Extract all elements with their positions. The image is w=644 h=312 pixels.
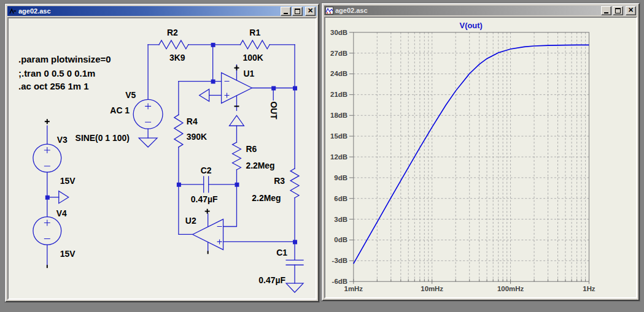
maximize-button[interactable] bbox=[613, 6, 623, 15]
plot-grid: 30dB27dB24dB21dB18dB15dB12dB9dB6dB3dB0dB… bbox=[330, 29, 596, 292]
component-value[interactable]: 0.47µF bbox=[191, 194, 218, 204]
waveform-window-icon[interactable] bbox=[325, 7, 333, 15]
maximize-icon bbox=[295, 9, 300, 14]
ground-symbol-v5[interactable] bbox=[139, 138, 157, 147]
net-flag-left[interactable] bbox=[200, 89, 209, 101]
component-value[interactable]: 0.47µF bbox=[258, 275, 285, 285]
component-value-sine[interactable]: SINE(0 1 100) bbox=[76, 133, 130, 143]
voltage-source-V3[interactable]: V3 15V bbox=[33, 119, 76, 186]
plot-pane[interactable]: 30dB27dB24dB21dB18dB15dB12dB9dB6dB3dB0dB… bbox=[324, 17, 637, 299]
resistor-R2[interactable]: R2 3K9 bbox=[159, 28, 188, 63]
maximize-button[interactable] bbox=[292, 7, 303, 16]
svg-text:15dB: 15dB bbox=[330, 132, 347, 140]
schematic-window-icon[interactable] bbox=[9, 7, 17, 15]
directive-ac[interactable]: .ac oct 256 1m 1 bbox=[18, 81, 88, 91]
svg-text:18dB: 18dB bbox=[330, 112, 347, 119]
svg-text:6dB: 6dB bbox=[334, 195, 347, 202]
capacitor-C1[interactable]: C1 0.47µF bbox=[258, 248, 303, 285]
voltage-source-V4[interactable]: V4 15V bbox=[33, 208, 76, 268]
svg-text:10mHz: 10mHz bbox=[421, 285, 443, 292]
ground-symbol-c1[interactable] bbox=[286, 283, 303, 292]
window-title: age02.asc bbox=[335, 7, 599, 14]
voltage-source-V5[interactable]: V5 AC 1 SINE(0 1 100) bbox=[76, 90, 163, 143]
component-value[interactable]: 3K9 bbox=[169, 53, 185, 63]
svg-text:0dB: 0dB bbox=[334, 236, 347, 243]
net-label-out[interactable]: OUT bbox=[269, 101, 279, 120]
component-name[interactable]: R1 bbox=[249, 28, 260, 37]
component-name[interactable]: R2 bbox=[167, 28, 178, 37]
waveform-plot[interactable]: 30dB27dB24dB21dB18dB15dB12dB9dB6dB3dB0dB… bbox=[325, 18, 636, 297]
component-value[interactable]: 390K bbox=[187, 132, 207, 142]
desktop: { "left_window": { "title": "age02.asc" … bbox=[0, 0, 644, 312]
component-value-ac[interactable]: AC 1 bbox=[110, 105, 130, 115]
svg-text:-3dB: -3dB bbox=[332, 257, 347, 264]
component-name[interactable]: R4 bbox=[187, 116, 198, 126]
trace-title[interactable]: V(out) bbox=[460, 21, 483, 30]
component-name[interactable]: V5 bbox=[125, 90, 136, 100]
svg-text:30dB: 30dB bbox=[330, 29, 347, 36]
svg-text:24dB: 24dB bbox=[330, 70, 347, 77]
minimize-button[interactable] bbox=[601, 6, 611, 15]
window-title: age02.asc bbox=[18, 7, 279, 15]
component-name[interactable]: C1 bbox=[276, 248, 287, 257]
component-name[interactable]: U2 bbox=[185, 216, 196, 226]
component-value[interactable]: 2.2Meg bbox=[246, 161, 274, 170]
component-name[interactable]: V4 bbox=[56, 208, 67, 218]
opamp-U1[interactable]: U1 bbox=[222, 65, 255, 111]
svg-text:1mHz: 1mHz bbox=[344, 285, 363, 292]
component-value[interactable]: 100K bbox=[242, 53, 263, 63]
resistor-R3[interactable]: R3 2.2Meg bbox=[252, 169, 299, 203]
schematic-window[interactable]: age02.asc ✕ .param plotwinsize=0 ;.tran … bbox=[5, 4, 319, 302]
svg-text:27dB: 27dB bbox=[330, 50, 347, 57]
directive-param[interactable]: .param plotwinsize=0 bbox=[18, 54, 111, 64]
directive-tran[interactable]: ;.tran 0 0.5 0 0.1m bbox=[18, 68, 95, 78]
close-icon: ✕ bbox=[628, 7, 634, 13]
component-value[interactable]: 15V bbox=[60, 176, 76, 186]
resistor-R4[interactable]: R4 390K bbox=[174, 115, 207, 147]
waveform-window[interactable]: age02.asc ✕ 30dB27dB24dB21dB18dB15dB12dB… bbox=[322, 3, 640, 301]
component-value[interactable]: 15V bbox=[60, 249, 76, 259]
component-name[interactable]: C2 bbox=[201, 166, 212, 175]
component-value[interactable]: 2.2Meg bbox=[252, 193, 281, 203]
resistor-R6[interactable]: R6 2.2Meg bbox=[232, 142, 274, 170]
schematic-svg[interactable]: .param plotwinsize=0 ;.tran 0 0.5 0 0.1m… bbox=[9, 18, 316, 299]
component-name[interactable]: R6 bbox=[246, 144, 257, 154]
opamp-U2[interactable]: U2 bbox=[185, 209, 223, 254]
resistor-R1[interactable]: R1 100K bbox=[240, 28, 270, 63]
schematic-titlebar[interactable]: age02.asc ✕ bbox=[7, 6, 317, 16]
minimize-icon bbox=[604, 12, 608, 13]
net-flag-up[interactable] bbox=[230, 115, 244, 126]
schematic-canvas[interactable]: .param plotwinsize=0 ;.tran 0 0.5 0 0.1m… bbox=[7, 17, 317, 300]
waveform-titlebar[interactable]: age02.asc ✕ bbox=[324, 6, 637, 15]
maximize-icon bbox=[615, 8, 621, 13]
svg-text:9dB: 9dB bbox=[334, 174, 347, 181]
close-icon: ✕ bbox=[308, 7, 313, 14]
svg-text:1Hz: 1Hz bbox=[583, 285, 596, 292]
component-name[interactable]: R3 bbox=[274, 176, 285, 186]
svg-text:12dB: 12dB bbox=[330, 153, 347, 161]
minimize-icon bbox=[284, 13, 288, 14]
spice-directives[interactable]: .param plotwinsize=0 ;.tran 0 0.5 0 0.1m… bbox=[18, 54, 111, 92]
svg-text:100mHz: 100mHz bbox=[497, 285, 524, 292]
net-flag-right[interactable] bbox=[59, 191, 69, 204]
svg-text:3dB: 3dB bbox=[334, 216, 347, 223]
component-name[interactable]: U1 bbox=[243, 69, 254, 78]
plot-curve bbox=[354, 45, 589, 264]
close-button[interactable]: ✕ bbox=[626, 6, 636, 15]
component-name[interactable]: V3 bbox=[57, 135, 68, 145]
svg-text:21dB: 21dB bbox=[330, 91, 347, 98]
close-button[interactable]: ✕ bbox=[305, 7, 316, 16]
minimize-button[interactable] bbox=[281, 7, 291, 16]
svg-text:-6dB: -6dB bbox=[332, 278, 347, 285]
